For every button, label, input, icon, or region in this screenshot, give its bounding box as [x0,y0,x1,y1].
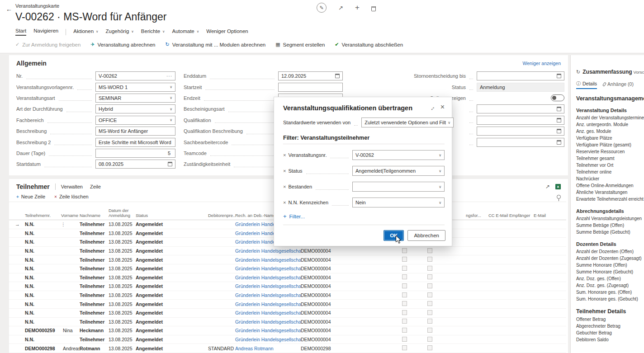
cell-email[interactable] [534,238,566,247]
field-control-icon[interactable] [557,140,561,145]
cell-rech-nr[interactable]: DEMO000004 [301,264,369,273]
summary-item[interactable]: Ähnliche Veranstaltungen [571,189,644,196]
summary-item[interactable]: Teilnehmer online [571,169,644,175]
rech-an-deb-link[interactable]: Gründerlein Handelsgesellschaft ... [235,255,301,264]
field-input[interactable]: MS-WORD 1 [95,83,175,92]
summary-item[interactable]: Anz. Doz. ges. (Offen) [571,275,644,282]
summary-item[interactable]: Summe Honorare (Gebucht) [571,268,644,275]
checkbox[interactable] [427,292,432,297]
table-row[interactable]: N.N. Teilnehmer 13.08.2025 Angemeldet Gr… [9,255,566,264]
summary-item[interactable]: Anz. ges. Module [571,128,644,135]
checkbox[interactable] [427,337,432,342]
cell-email[interactable] [534,308,566,317]
cell-nachname[interactable]: Teilnehmer [80,282,109,291]
table-row[interactable]: N.N. Teilnehmer 13.08.2025 Angemeldet Gr… [9,246,566,255]
breadcrumb[interactable]: Veranstaltungskarte [15,3,59,9]
checkbox[interactable] [427,257,432,262]
checkbox-cell[interactable] [394,273,419,282]
cell-status[interactable]: Angemeldet [136,282,208,291]
summary-item[interactable]: Sum. Honorare ges. (Offen) [571,289,644,296]
field-control-icon[interactable] [170,85,172,89]
cell-hidden[interactable] [369,264,394,273]
cell-nachname[interactable]: Teilnehmer [80,317,109,326]
checkbox-cell[interactable] [394,246,419,255]
cell-debitor[interactable] [208,246,235,255]
field-control-icon[interactable] [170,118,172,122]
cell-nachname[interactable]: Teilnehmer [80,246,109,255]
checkbox[interactable] [402,257,407,262]
rech-an-deb-link[interactable]: Andreas Rotmann [235,344,301,353]
cell-vorname[interactable] [61,229,80,238]
field-input[interactable]: SEMINAR [95,94,175,103]
summary-item[interactable]: Reservierte Ressourcen [571,148,644,155]
cell-teilnehmernr[interactable]: N.N. [25,273,61,282]
checkbox[interactable] [427,248,432,253]
cell-hidden[interactable] [369,255,394,264]
cell-status[interactable]: Angemeldet [136,264,208,273]
cell-datum[interactable]: 13.08.2025 [109,344,136,353]
cell-email[interactable] [534,273,566,282]
cell-status[interactable]: Angemeldet [136,344,208,353]
cell-status[interactable]: Angemeldet [136,300,208,309]
table-row[interactable]: N.N. Teilnehmer 13.08.2025 Angemeldet Gr… [9,335,566,344]
cell-teilnehmernr[interactable]: N.N. [25,229,61,238]
cell-hidden[interactable] [369,326,394,335]
cell-debitor[interactable] [208,335,235,344]
cell-gsfor[interactable] [466,344,488,353]
rech-an-deb-link[interactable]: Gründerlein Handelsgesellschaft ... [235,335,301,344]
cell-vorname[interactable] [61,335,80,344]
cell-status[interactable]: Angemeldet [136,273,208,282]
field-control-icon[interactable] [551,94,564,101]
close-icon[interactable]: × [440,104,445,111]
cell-hidden[interactable] [369,273,394,282]
cell-debitor[interactable] [208,220,235,229]
field-control-icon[interactable] [557,74,561,78]
cell-nachname[interactable]: Teilnehmer [80,229,109,238]
cell-hidden[interactable] [369,335,394,344]
cell-vorname[interactable] [61,291,80,300]
cell-rech-nr[interactable]: DEMO000004 [301,273,369,282]
cell-email[interactable] [534,229,566,238]
col-teilnehmernr[interactable]: Teilnehmernr. [25,202,61,220]
checkbox-cell[interactable] [419,264,466,273]
cell-email[interactable] [534,300,566,309]
cell-rech-nr[interactable]: DEMO000004 [301,308,369,317]
checkbox-cell[interactable] [419,255,466,264]
summary-item[interactable]: Sum. Honorare ges. (Gebucht) [571,296,644,302]
field-input[interactable] [477,104,564,113]
teilnehmer-title[interactable]: Teilnehmer [16,183,50,190]
summary-item[interactable]: Anzahl der Dozenten (Offen) [571,248,644,255]
rech-an-deb-link[interactable]: Gründerlein Handelsgesellschaft ... [235,326,301,335]
cell-datum[interactable]: 13.08.2025 [109,308,136,317]
field-control-icon[interactable] [168,162,172,166]
checkbox-cell[interactable] [419,335,466,344]
checkbox-cell[interactable] [394,282,419,291]
cell-debitor[interactable] [208,282,235,291]
standardwerte-select[interactable]: Zuletzt verwendete Optionen und Filter [361,118,454,127]
cell-cc-email[interactable] [488,246,534,255]
cell-email[interactable] [534,264,566,273]
summary-item[interactable]: Offene Online-Anmeldungen [571,182,644,189]
grid-command[interactable]: × Zeile löschen [54,194,89,199]
cell-gsfor[interactable] [466,264,488,273]
checkbox[interactable] [402,328,407,333]
grid-command[interactable]: + Neue Zeile [16,194,45,199]
field-input[interactable]: MS-Word für Anfänger [95,127,175,136]
checkbox-cell[interactable] [419,317,466,326]
col-status[interactable]: Status [136,202,208,220]
tab-details[interactable]: ⓘ Details [576,80,597,89]
remove-filter-icon[interactable] [283,184,286,189]
cell-teilnehmernr[interactable]: N.N. [25,255,61,264]
cell-email[interactable] [534,220,566,229]
summary-item[interactable]: Anz. Doz. ges. (Zugesagt) [571,282,644,289]
summary-item[interactable]: Verfügbare Plätze [571,135,644,141]
cell-cc-email[interactable] [488,326,534,335]
cell-nachname[interactable]: Rotmann [80,344,109,353]
cell-rech-nr[interactable]: DEMO000004 [301,300,369,309]
field-input[interactable]: Erste Schritte mit Microsoft Word [95,138,175,147]
filter-value-select[interactable]: Nein [352,198,445,207]
cell-rech-nr[interactable]: DEMO000004 [301,335,369,344]
cell-email[interactable] [534,255,566,264]
checkbox[interactable] [402,301,407,306]
menu-item[interactable]: Aktionen [73,28,98,35]
